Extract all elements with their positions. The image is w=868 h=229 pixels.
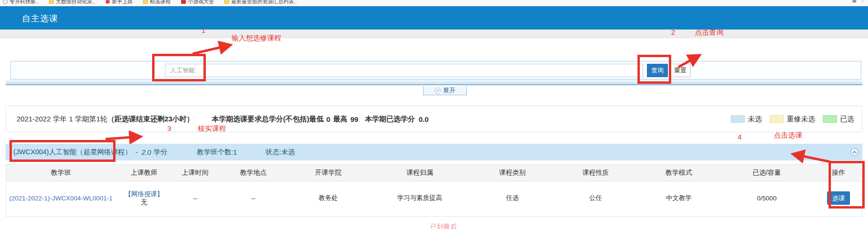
- chevron-down-icon: [434, 88, 441, 94]
- more-icon[interactable]: ⋮: [860, 0, 865, 3]
- cell-nature: 公任: [553, 181, 638, 215]
- class-table: 教学班 上课教师 上课时间 教学地点 开课学院 课程归属 课程类别 课程性质 教…: [6, 165, 863, 215]
- bookmark-item[interactable]: 最新最全面的资源汇总列表..: [224, 0, 297, 5]
- class-count-label: 教学班个数:: [197, 148, 233, 157]
- col-header-college: 开课学院: [289, 165, 367, 181]
- end-of-list-text: 已到最后: [430, 223, 457, 229]
- annotation-step-number: 2: [671, 28, 675, 36]
- table-row: (2021-2022-1)-JWCX004-WL0001-1 【网络授课】 无 …: [6, 181, 863, 215]
- arrow-step3: [106, 137, 140, 139]
- legend-item-selected: 已选: [823, 115, 854, 124]
- course-search-input[interactable]: [165, 64, 643, 77]
- bookmark-label: 新手上路: [112, 0, 133, 5]
- legend-item-retake: 重修未选: [770, 115, 815, 124]
- teacher-tag: 【网络授课】: [116, 190, 173, 198]
- bookmark-item[interactable]: 专升科技服..: [3, 0, 39, 5]
- col-header-place: 教学地点: [218, 165, 289, 181]
- col-header-capacity: 已选/容量: [719, 165, 814, 181]
- reset-button[interactable]: 重置: [670, 64, 691, 77]
- folder-icon: [49, 0, 54, 4]
- selected-credit-value: 0.0: [419, 115, 429, 123]
- search-panel: 查询 重置: [10, 61, 861, 80]
- max-credit-label: 最高: [333, 115, 347, 124]
- cell-college: 教务处: [289, 181, 367, 215]
- annotation-step-number: 3: [167, 124, 171, 132]
- class-code-link[interactable]: (2021-2022-1)-JWCX004-WL0001-1: [9, 195, 113, 202]
- page-title: 自主选课: [22, 13, 58, 24]
- semester-info-bar: 2021-2022 学年 1 学期 第1轮 （距选课结束还剩23小时） 本学期选…: [6, 106, 862, 132]
- folder-icon: [224, 0, 229, 4]
- arrow-step1: [193, 45, 230, 54]
- cell-belong: 学习与素质提高: [367, 181, 472, 215]
- cell-capacity: 0/5000: [719, 181, 814, 215]
- legend-swatch-selected: [823, 115, 837, 123]
- annotation-step-number: 4: [738, 133, 742, 141]
- min-credit-value: 0: [327, 115, 330, 123]
- cell-mode: 中文教学: [638, 181, 719, 215]
- bookmark-item[interactable]: 精选课程: [143, 0, 171, 5]
- col-header-nature: 课程性质: [553, 165, 638, 181]
- status-legend: 未选 重修未选 已选: [731, 115, 854, 124]
- annotation-box-input: [152, 54, 206, 81]
- expand-label: 展开: [443, 86, 455, 95]
- cell-time: --: [173, 181, 218, 215]
- col-header-belong: 课程归属: [367, 165, 472, 181]
- col-header-teacher: 上课教师: [116, 165, 173, 181]
- legend-swatch-retake: [770, 115, 784, 123]
- cell-place: --: [218, 181, 289, 215]
- archive-icon[interactable]: ▦: [852, 0, 857, 3]
- col-header-mode: 教学模式: [638, 165, 719, 181]
- panel-footer-band: [6, 80, 862, 85]
- credit-requirement-text: 本学期选课要求总学分(不包括)最低: [212, 115, 324, 124]
- course-summary-band[interactable]: (JWCX004)人工智能（超星网络课程） - 2.0 学分 教学班个数: 1 …: [6, 144, 862, 160]
- annotation-box-query: [637, 55, 671, 84]
- col-header-class: 教学班: [6, 165, 116, 181]
- legend-item-unselected: 未选: [731, 115, 762, 124]
- bookmark-item[interactable]: 大数据自动化采..: [49, 0, 95, 5]
- course-status-value: 未选: [281, 148, 295, 157]
- course-credits: 2.0: [142, 149, 151, 156]
- bookmark-label: 最新最全面的资源汇总列表..: [231, 0, 297, 5]
- round-text: 第1轮: [89, 115, 107, 124]
- link-icon: [3, 0, 8, 4]
- annotation-step-label: 点击查询: [695, 28, 723, 37]
- bookmark-label: 大数据自动化采..: [56, 0, 95, 5]
- annotation-step-label: 输入想选修课程: [231, 34, 281, 43]
- class-count-value: 1: [233, 149, 237, 156]
- dash: -: [135, 149, 138, 156]
- countdown-text: （距选课结束还剩23小时）: [107, 115, 194, 124]
- course-credits-unit: 学分: [154, 148, 167, 157]
- bookmark-label: 精选课程: [150, 0, 171, 5]
- collapse-icon[interactable]: [850, 148, 858, 156]
- legend-swatch-unselected: [731, 115, 745, 123]
- bookmark-item[interactable]: 新手上路: [106, 0, 133, 5]
- annotation-box-action: [829, 161, 865, 209]
- class-table-panel: 教学班 上课教师 上课时间 教学地点 开课学院 课程归属 课程类别 课程性质 教…: [6, 164, 862, 217]
- course-status-label: 状态:: [266, 148, 281, 157]
- annotation-box-course: [10, 140, 116, 162]
- cell-category: 任选: [472, 181, 553, 215]
- term-text: 2021-2022 学年 1 学期: [17, 115, 89, 124]
- max-credit-value: 99: [350, 115, 358, 123]
- dot-icon: [106, 0, 110, 4]
- badge-icon: [181, 0, 186, 4]
- table-header-row: 教学班 上课教师 上课时间 教学地点 开课学院 课程归属 课程类别 课程性质 教…: [6, 165, 863, 181]
- col-header-category: 课程类别: [472, 165, 553, 181]
- selected-credit-label: 本学期已选学分: [365, 115, 415, 124]
- annotation-step-label: 核实课程: [198, 124, 226, 133]
- annotation-step-label: 点击选课: [774, 131, 802, 140]
- page-header: 自主选课: [0, 6, 868, 30]
- col-header-time: 上课时间: [173, 165, 218, 181]
- bookmarks-bar: 专升科技服.. 大数据自动化采.. 新手上路 精选课程 小游戏大全 最新最全面的…: [0, 0, 868, 6]
- annotation-step-number: 1: [202, 26, 205, 34]
- expand-toggle[interactable]: 展开: [423, 86, 467, 95]
- sub-header-band: [0, 30, 868, 38]
- bookmark-label: 小游戏大全: [188, 0, 214, 5]
- bookmark-label: 专升科技服..: [10, 0, 39, 5]
- teacher-name: 无: [116, 198, 173, 206]
- folder-icon: [143, 0, 148, 4]
- bookmark-item[interactable]: 小游戏大全: [181, 0, 214, 5]
- course-selection-page: 专升科技服.. 大数据自动化采.. 新手上路 精选课程 小游戏大全 最新最全面的…: [0, 0, 868, 229]
